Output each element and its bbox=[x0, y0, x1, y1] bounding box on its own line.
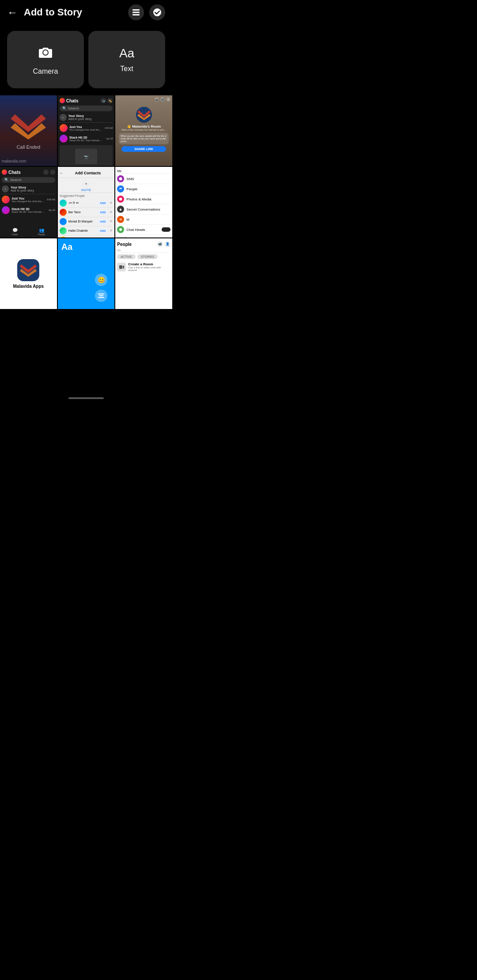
svg-point-12 bbox=[119, 177, 122, 181]
grid-cell-malavida-apps[interactable]: Malavida Apps bbox=[0, 238, 57, 309]
grid-cell-call[interactable]: Call Ended malavida.com bbox=[0, 95, 57, 166]
contact-row-1: এস ডি মন ADD ✕ bbox=[60, 199, 113, 208]
svg-point-3 bbox=[153, 8, 161, 16]
text-align-button[interactable] bbox=[95, 290, 107, 302]
text-icon: Aa bbox=[119, 46, 134, 60]
contacts-header: Add Contacts bbox=[63, 170, 113, 177]
menu-item-people: People bbox=[117, 184, 170, 194]
mini-chat-item-2: Stack Hit 3D Stack Hit 3D: Your friends … bbox=[60, 133, 113, 144]
room-logo-avatar bbox=[136, 107, 152, 123]
mini-chat-item-3: Just You You changed the chat theme to..… bbox=[2, 194, 55, 205]
create-room-row: Create a Room Use a link to video chat w… bbox=[117, 260, 170, 273]
mini-search-bar-2: 🔍Search bbox=[2, 177, 55, 183]
call-ended-text: Call Ended bbox=[16, 144, 40, 150]
grid-cell-contacts[interactable]: ← Add Contacts + INVITE Suggested People… bbox=[58, 167, 115, 237]
svg-rect-1 bbox=[132, 12, 140, 13]
svg-marker-29 bbox=[123, 265, 124, 269]
header-actions bbox=[128, 4, 165, 20]
text-card[interactable]: Aa Text bbox=[88, 31, 165, 88]
camera-icon bbox=[38, 44, 53, 63]
svg-rect-16 bbox=[120, 209, 121, 211]
story-card-row: Camera Aa Text bbox=[0, 26, 172, 95]
confirm-button[interactable] bbox=[149, 4, 165, 20]
room-subtitle: Wait a few minutes for friends to join..… bbox=[121, 128, 166, 131]
grid-cell-text-blue[interactable]: 😊 Aa bbox=[58, 238, 115, 309]
menu-item-secret: Secret Conversations bbox=[117, 204, 170, 215]
grid-cell-chats2[interactable]: Chats 🔍Search + Your Story Add to your s… bbox=[0, 167, 57, 237]
mini-chat-item-4: Stack Hit 3D Stack Hit 3D: Your friends … bbox=[2, 205, 55, 215]
tab-active[interactable]: ACTIVE bbox=[117, 254, 135, 259]
grid-cell-menu[interactable]: Me SMS People Photos & Media bbox=[115, 167, 172, 237]
grid-cell-people[interactable]: People 📹 👤 Me ACTIVE STORIES Create a Ro… bbox=[115, 238, 172, 309]
camera-label: Camera bbox=[33, 68, 58, 75]
contact-row-2: Bar Tano ADD ✕ bbox=[60, 208, 113, 217]
svg-point-14 bbox=[121, 188, 122, 188]
menu-item-m: M M bbox=[117, 215, 170, 225]
screenshot-grid: Call Ended malavida.com Chats 📹 ✏️ 🔍Sear… bbox=[0, 95, 172, 385]
room-info: When you join the room, people with the … bbox=[119, 133, 169, 144]
svg-text:Share your link to invite othe: Share your link to invite others bbox=[73, 166, 99, 166]
malavida-app-label: Malavida Apps bbox=[13, 284, 44, 289]
svg-rect-28 bbox=[119, 265, 122, 269]
svg-rect-2 bbox=[132, 14, 140, 15]
mini-chats-title-2: Chats bbox=[8, 170, 21, 175]
home-indicator[interactable] bbox=[68, 397, 104, 399]
mini-chats-header-2: Chats bbox=[2, 169, 55, 176]
suggested-people-label: Suggested People bbox=[60, 193, 113, 199]
contact-row-3: Morad El Manyari ADD ✕ bbox=[60, 217, 113, 226]
menu-item-photos: Photos & Media bbox=[117, 194, 170, 204]
camera-card[interactable]: Camera bbox=[7, 31, 84, 88]
account-section-label: Account bbox=[117, 235, 170, 237]
svg-rect-0 bbox=[132, 9, 140, 11]
invite-label: INVITE bbox=[60, 188, 113, 192]
header: ← Add to Story bbox=[0, 0, 172, 26]
tab-stories[interactable]: STORIES bbox=[137, 254, 158, 259]
back-button[interactable]: ← bbox=[7, 6, 18, 19]
mini-chats-header: Chats 📹 ✏️ bbox=[60, 97, 113, 104]
grid-cell-chats1[interactable]: Chats 📹 ✏️ 🔍Search + Your Story Add to y… bbox=[58, 95, 115, 166]
grid-cell-room[interactable]: ← 📷 📹 ✕ 👋Malavida's Room Wait a few minu… bbox=[115, 95, 172, 166]
text-aa-display: Aa bbox=[61, 242, 73, 252]
svg-rect-15 bbox=[119, 198, 122, 200]
create-room-info: Create a Room Use a link to video chat w… bbox=[128, 262, 170, 271]
mini-search-bar: 🔍Search bbox=[60, 106, 113, 111]
svg-point-13 bbox=[120, 188, 121, 189]
room-share-button[interactable]: SHARE LINK bbox=[121, 146, 166, 152]
people-header: People 📹 👤 bbox=[117, 240, 170, 248]
svg-rect-27 bbox=[98, 297, 104, 298]
stack-icon bbox=[132, 8, 140, 17]
mini-bottom-nav: 💬 Chats 👥 People bbox=[2, 228, 55, 236]
svg-text:📷: 📷 bbox=[84, 155, 88, 159]
mini-chats-title: Chats bbox=[66, 98, 79, 103]
mini-chat-item-1: Just You You changed the chat theme to..… bbox=[60, 123, 113, 133]
page-title: Add to Story bbox=[24, 7, 82, 18]
svg-rect-25 bbox=[98, 294, 104, 294]
menu-item-sms: SMS bbox=[117, 174, 170, 184]
check-icon bbox=[153, 8, 162, 17]
text-label: Text bbox=[120, 65, 133, 73]
malavida-app-icon bbox=[17, 259, 39, 281]
malavida-chevron-logo bbox=[11, 112, 46, 141]
video-room-icon bbox=[117, 263, 126, 271]
text-emoji-button[interactable]: 😊 bbox=[95, 274, 107, 286]
contact-row-5: Ximo Reyes ADD ✕ bbox=[60, 236, 113, 238]
malavida-watermark: malavida.com bbox=[2, 159, 26, 163]
stack-button[interactable] bbox=[128, 4, 144, 20]
mini-your-story-2: + Your Story Add to your story bbox=[2, 184, 55, 194]
svg-rect-26 bbox=[99, 295, 103, 296]
people-tabs: ACTIVE STORIES bbox=[117, 254, 170, 259]
text-cell-actions: 😊 bbox=[91, 270, 111, 305]
contact-row-4: Hafid Chakhtir ADD ✕ bbox=[60, 226, 113, 236]
bottom-nav bbox=[0, 385, 172, 411]
header-left: ← Add to Story bbox=[7, 6, 82, 19]
svg-point-17 bbox=[119, 228, 122, 231]
mini-screenshot-preview: 📷 Share your link to invite others bbox=[60, 145, 113, 166]
menu-item-chat-heads: Chat Heads bbox=[117, 225, 170, 235]
room-title: 👋Malavida's Room bbox=[127, 124, 161, 128]
mini-your-story: + Your Story Add to your story bbox=[60, 113, 113, 123]
